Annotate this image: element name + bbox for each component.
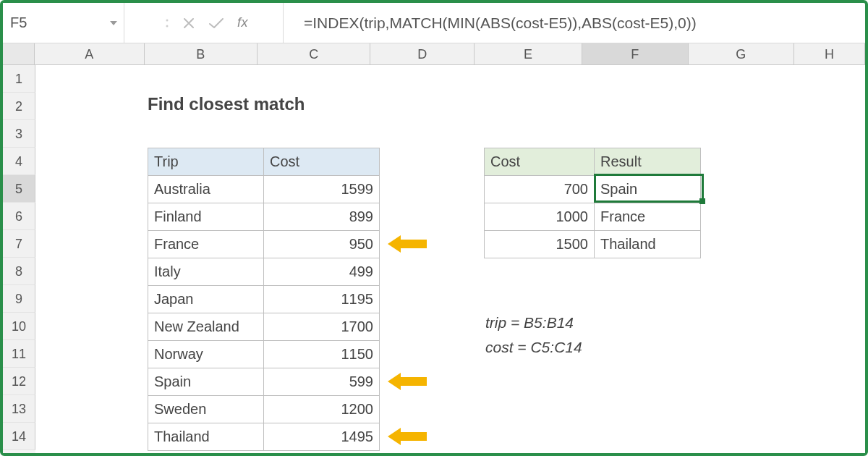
table-row[interactable]: 1500Thailand	[485, 231, 701, 258]
table-row[interactable]: 700Spain	[485, 176, 701, 203]
row-header-1[interactable]: 1	[3, 65, 35, 93]
column-header-D[interactable]: D	[370, 43, 475, 64]
enter-formula-icon[interactable]	[208, 17, 224, 30]
row-header-7[interactable]: 7	[3, 230, 35, 258]
header-result: Result	[595, 148, 701, 176]
cell-cost[interactable]: 700	[485, 176, 595, 203]
column-header-C[interactable]: C	[258, 43, 370, 64]
row-header-5[interactable]: 5	[3, 175, 35, 203]
row-header-10[interactable]: 10	[3, 313, 35, 340]
cell-trip[interactable]: Australia	[148, 176, 264, 203]
cell-cost[interactable]: 950	[264, 231, 380, 258]
column-header-G[interactable]: G	[689, 43, 795, 64]
formula-bar: F5 fx =INDEX(trip,MATCH(MIN(ABS(cost-E5)…	[3, 3, 865, 43]
cell-trip[interactable]: Norway	[148, 341, 264, 368]
cell-cost[interactable]: 1495	[264, 423, 380, 451]
table-header-row: Trip Cost	[148, 148, 380, 176]
row-header-4[interactable]: 4	[3, 148, 35, 175]
table-header-row: Cost Result	[485, 148, 701, 176]
cell-cost[interactable]: 1599	[264, 176, 380, 203]
cell-cost[interactable]: 899	[264, 203, 380, 231]
cell-cost[interactable]: 499	[264, 258, 380, 286]
table-row[interactable]: 1000France	[485, 203, 701, 231]
result-table: Cost Result 700Spain1000France1500Thaila…	[484, 148, 701, 258]
cell-cost[interactable]: 1700	[264, 313, 380, 341]
table-row[interactable]: Japan1195	[148, 286, 380, 313]
table-row[interactable]: France950	[148, 231, 380, 258]
select-all-corner[interactable]	[3, 43, 35, 64]
formula-separator-icon	[165, 16, 169, 30]
cell-result[interactable]: France	[595, 203, 701, 231]
cell-trip[interactable]: Spain	[148, 368, 264, 396]
row-header-9[interactable]: 9	[3, 285, 35, 313]
row-header-13[interactable]: 13	[3, 395, 35, 423]
column-header-A[interactable]: A	[35, 43, 145, 64]
table-row[interactable]: Norway1150	[148, 341, 380, 368]
row-header-3[interactable]: 3	[3, 120, 35, 148]
named-range-note-cost: cost = C5:C14	[485, 339, 582, 356]
table-row[interactable]: Australia1599	[148, 176, 380, 203]
cell-cost[interactable]: 1000	[485, 203, 595, 231]
header-cost: Cost	[264, 148, 380, 176]
named-range-note-trip: trip = B5:B14	[485, 314, 574, 332]
column-header-E[interactable]: E	[475, 43, 582, 64]
name-box-dropdown-icon[interactable]	[103, 3, 124, 43]
row-header-14[interactable]: 14	[3, 423, 35, 450]
grid-area[interactable]: 1234567891011121314 Find closest match T…	[3, 65, 865, 453]
cell-trip[interactable]: Sweden	[148, 396, 264, 423]
header-trip: Trip	[148, 148, 264, 176]
table-row[interactable]: New Zealand1700	[148, 313, 380, 341]
table-row[interactable]: Finland899	[148, 203, 380, 231]
cell-result[interactable]: Spain	[595, 176, 701, 203]
row-header-11[interactable]: 11	[3, 340, 35, 368]
name-box[interactable]: F5	[3, 3, 103, 43]
cell-cost[interactable]: 599	[264, 368, 380, 396]
cell-trip[interactable]: New Zealand	[148, 313, 264, 341]
cell-result[interactable]: Thailand	[595, 231, 701, 258]
column-headers: ABCDEFGH	[3, 43, 865, 65]
arrow-left-icon	[388, 373, 427, 390]
svg-point-1	[166, 25, 168, 27]
row-header-12[interactable]: 12	[3, 368, 35, 395]
cell-cost[interactable]: 1150	[264, 341, 380, 368]
trip-cost-table: Trip Cost Australia1599Finland899France9…	[148, 148, 380, 451]
cell-cost[interactable]: 1200	[264, 396, 380, 423]
arrow-left-icon	[388, 235, 427, 253]
formula-tool-group: fx	[124, 3, 284, 43]
header-cost: Cost	[485, 148, 595, 176]
name-box-wrap[interactable]: F5	[3, 3, 124, 43]
formula-input[interactable]: =INDEX(trip,MATCH(MIN(ABS(cost-E5)),ABS(…	[284, 3, 865, 43]
cell-cost[interactable]: 1195	[264, 286, 380, 313]
row-header-2[interactable]: 2	[3, 93, 35, 120]
insert-function-icon[interactable]: fx	[237, 15, 248, 30]
app-frame: F5 fx =INDEX(trip,MATCH(MIN(ABS(cost-E5)…	[0, 0, 868, 456]
row-headers: 1234567891011121314	[3, 65, 35, 453]
table-row[interactable]: Sweden1200	[148, 396, 380, 423]
table-row[interactable]: Thailand1495	[148, 423, 380, 451]
cell-cost[interactable]: 1500	[485, 231, 595, 258]
column-header-H[interactable]: H	[794, 43, 865, 64]
cell-trip[interactable]: Japan	[148, 286, 264, 313]
row-header-6[interactable]: 6	[3, 203, 35, 230]
row-header-8[interactable]: 8	[3, 258, 35, 285]
cells-layer[interactable]: Find closest match Trip Cost Australia15…	[35, 65, 865, 453]
column-header-B[interactable]: B	[145, 43, 258, 64]
table-row[interactable]: Spain599	[148, 368, 380, 396]
cancel-formula-icon[interactable]	[182, 17, 195, 30]
cell-trip[interactable]: Finland	[148, 203, 264, 231]
svg-point-0	[166, 19, 168, 21]
page-title: Find closest match	[148, 94, 305, 114]
cell-trip[interactable]: Thailand	[148, 423, 264, 451]
cell-trip[interactable]: Italy	[148, 258, 264, 286]
column-header-F[interactable]: F	[582, 43, 689, 64]
table-row[interactable]: Italy499	[148, 258, 380, 286]
cell-trip[interactable]: France	[148, 231, 264, 258]
arrow-left-icon	[388, 428, 427, 445]
